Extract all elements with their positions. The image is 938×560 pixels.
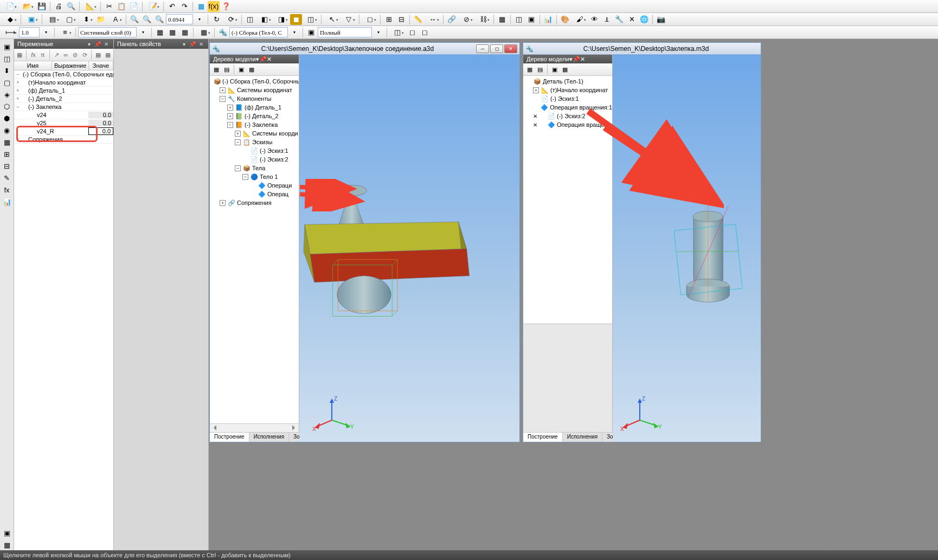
left-tool-4[interactable]: ▢: [1, 77, 13, 88]
format-button[interactable]: 📝: [145, 1, 161, 12]
tree-tb-4[interactable]: ▦: [560, 65, 570, 74]
left-tool-5[interactable]: ◈: [1, 89, 13, 100]
rotate-button[interactable]: ↻: [210, 14, 222, 25]
tree-tb-1[interactable]: ▦: [525, 65, 535, 74]
left-tool-1[interactable]: ▣: [1, 41, 13, 52]
left-tool-3[interactable]: ⬍: [1, 65, 13, 76]
assembly-icon[interactable]: 🔩: [217, 27, 229, 38]
layer-tool-2[interactable]: ▦: [166, 27, 178, 38]
style-button[interactable]: ≡: [57, 27, 73, 38]
variable-row[interactable]: +(-) Деталь_2: [14, 95, 113, 103]
snap-button[interactable]: ⊞: [383, 14, 395, 25]
chain-button[interactable]: ⛓: [475, 14, 491, 25]
print-button[interactable]: 🖨: [53, 1, 65, 12]
left-tool-6[interactable]: ⬡: [1, 101, 13, 112]
tree-node[interactable]: ✕🔷Операция вращени: [523, 120, 612, 129]
zoom-input[interactable]: [166, 14, 193, 24]
left-tool-14[interactable]: 📊: [1, 196, 13, 207]
camera-button[interactable]: 📷: [655, 14, 667, 25]
variable-row[interactable]: +(т)Начало координат: [14, 79, 113, 87]
tree-node[interactable]: −📙(-) Заклепка: [210, 120, 299, 129]
assembly-input[interactable]: [229, 27, 288, 37]
tree-tb-3[interactable]: ▣: [550, 65, 560, 74]
misc-3-button[interactable]: ◻: [419, 27, 431, 38]
globe-button[interactable]: 🌐: [638, 14, 650, 25]
cut-button[interactable]: ✂: [103, 1, 115, 12]
paint-button[interactable]: 🖌: [571, 14, 588, 25]
misc-1-button[interactable]: ◫: [389, 27, 406, 38]
scale-input[interactable]: [19, 27, 40, 37]
fx-vars-button[interactable]: f(x): [208, 1, 220, 12]
variable-row[interactable]: −(-) Заклепка: [14, 103, 113, 111]
select-button[interactable]: ↖: [324, 14, 340, 25]
window-cascade-button[interactable]: ▣: [525, 14, 537, 25]
render-input[interactable]: [318, 27, 372, 37]
tree-scrollbar[interactable]: [210, 423, 299, 432]
variable-row[interactable]: +(ф) Деталь_1: [14, 87, 113, 95]
model-tree[interactable]: 📦Деталь (Тел-1)+📐(т)Начало координат📄(-)…: [523, 76, 612, 324]
panel-pin-icon[interactable]: 📌: [94, 40, 101, 48]
left-tool-2[interactable]: ◫: [1, 53, 13, 64]
tree-node[interactable]: +📐Системы координат: [210, 86, 299, 94]
grid-button[interactable]: ⊟: [395, 14, 407, 25]
zoom-dropdown[interactable]: ▾: [194, 14, 205, 25]
redo-button[interactable]: ↷: [178, 1, 190, 12]
variable-row[interactable]: v250.0: [14, 119, 113, 127]
copy-button[interactable]: 📋: [115, 1, 127, 12]
tree-tb-2[interactable]: ▤: [222, 65, 232, 74]
left-tool-bottom-1[interactable]: ▣: [1, 527, 13, 538]
close-button[interactable]: ✕: [504, 44, 517, 53]
detail-button[interactable]: ▣: [305, 27, 317, 38]
left-tool-7[interactable]: ⬢: [1, 113, 13, 124]
shade-button[interactable]: ◼: [290, 14, 302, 25]
tree-tab-build[interactable]: Построение: [210, 433, 249, 442]
align-button[interactable]: ⫫: [601, 14, 613, 25]
tree-tb-1[interactable]: ▦: [211, 65, 221, 74]
tree-node[interactable]: 🔷Операция вращения:1: [523, 103, 612, 112]
maximize-button[interactable]: ◻: [490, 44, 503, 53]
tree-tab-exec[interactable]: Исполнения: [563, 433, 602, 442]
paste-button[interactable]: 📄: [128, 1, 140, 12]
misc-2-button[interactable]: ◻: [406, 27, 418, 38]
zoom-in-button[interactable]: 🔍: [153, 14, 165, 25]
orbit-button[interactable]: ⟳: [223, 14, 239, 25]
assembly-dropdown[interactable]: ▾: [288, 27, 300, 38]
left-tool-11[interactable]: ⊟: [1, 160, 13, 171]
var-tb-7[interactable]: ▦: [94, 50, 102, 60]
left-tool-12[interactable]: ✎: [1, 172, 13, 183]
tree-node[interactable]: 🔷Операци: [210, 181, 299, 190]
var-tb-pi[interactable]: π: [38, 50, 47, 60]
panel-dropdown-icon[interactable]: ▾: [85, 40, 93, 48]
tree-node[interactable]: 📦Деталь (Тел-1): [523, 77, 612, 86]
var-tb-4[interactable]: ∞: [61, 50, 70, 60]
view-button[interactable]: 📐: [82, 1, 98, 12]
eye-button[interactable]: 👁: [588, 14, 600, 25]
filter-button[interactable]: ▽: [340, 14, 357, 25]
tree-tb-4[interactable]: ▦: [247, 65, 256, 74]
tree-node[interactable]: −🔵Тело 1: [210, 172, 299, 181]
hide-button[interactable]: ◻: [362, 14, 378, 25]
scale-dropdown[interactable]: ▾: [40, 27, 52, 38]
render-mode-button[interactable]: ◆: [2, 14, 18, 25]
var-tb-5[interactable]: ⊘: [71, 50, 80, 60]
tool-a-button[interactable]: 📊: [542, 14, 554, 25]
layer-input[interactable]: [78, 27, 137, 37]
lib-button[interactable]: ▦: [195, 1, 207, 12]
left-tool-9[interactable]: ▦: [1, 137, 13, 147]
tree-node[interactable]: +📐Системы коорди: [210, 129, 299, 138]
layer-tool-1[interactable]: ▦: [154, 27, 166, 38]
color-tool-button[interactable]: 🎨: [559, 14, 571, 25]
undo-button[interactable]: ↶: [166, 1, 178, 12]
wireframe-button[interactable]: ◫: [303, 14, 319, 25]
zoom-all-button[interactable]: 🔍: [129, 14, 140, 25]
layers-button[interactable]: ▤: [44, 14, 61, 25]
break-button[interactable]: ⊘: [458, 14, 474, 25]
tree-node[interactable]: +📘(ф) Деталь_1: [210, 103, 299, 112]
plane-button[interactable]: ▢: [61, 14, 78, 25]
tree-tab-exec[interactable]: Исполнения: [249, 433, 289, 442]
var-tb-3[interactable]: ↗: [52, 50, 61, 60]
cube-button[interactable]: ▣: [23, 14, 40, 25]
tree-tb-2[interactable]: ▤: [535, 65, 545, 74]
render-dropdown[interactable]: ▾: [372, 27, 384, 38]
var-tb-fx[interactable]: fx: [29, 50, 37, 60]
